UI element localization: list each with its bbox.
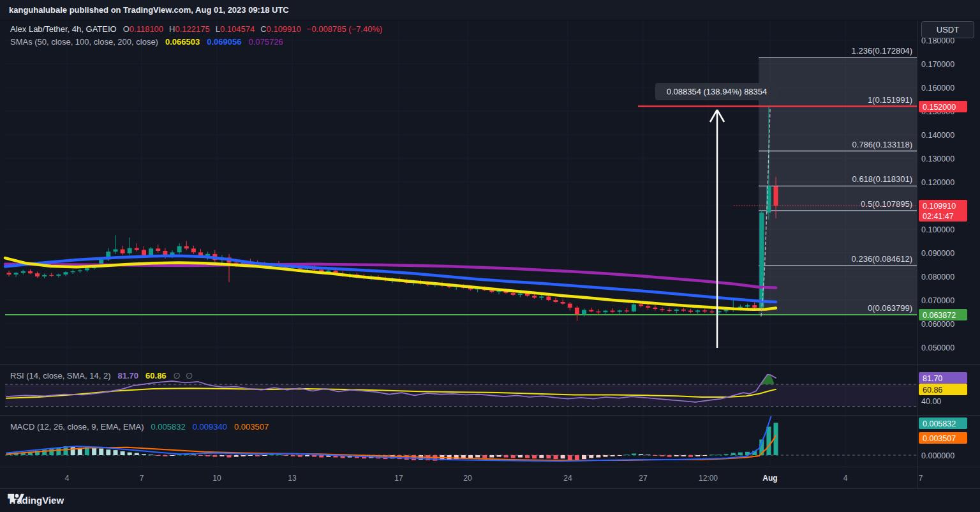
axis-tick-label: 0.120000: [921, 178, 954, 187]
macd-signal-value: 0.003507: [234, 422, 269, 432]
rsi-value: 81.70: [118, 371, 139, 380]
time-tick-label: 7: [919, 474, 923, 483]
time-tick-label: 17: [394, 474, 403, 483]
symbol-title: Alex Lab/Tether, 4h, GATEIO: [10, 24, 117, 34]
publish-text: kanguhalubale published on TradingView.c…: [9, 0, 289, 20]
fib-level-label: 0.786(0.133118): [852, 140, 912, 149]
macd-legend-label: MACD (12, 26, close, 9, EMA, EMA): [10, 422, 144, 432]
low-value: 0.104574: [220, 24, 255, 34]
sma200-value: 0.075726: [248, 37, 283, 47]
time-tick-label: Aug: [762, 474, 777, 483]
candles: [7, 107, 778, 321]
open-label: O: [123, 24, 130, 34]
axis-tick-label: 0.100000: [921, 225, 954, 234]
rsi-legend: RSI (14, close, SMA, 14, 2) 81.70 60.86 …: [10, 371, 193, 380]
price-badge-text: 0.109910: [923, 202, 956, 211]
time-tick-label: 20: [463, 474, 472, 483]
time-tick-label: 10: [212, 474, 221, 483]
low-label: L: [216, 24, 220, 34]
countdown-text: 02:41:47: [923, 212, 954, 221]
time-tick-label: 4: [65, 474, 70, 483]
price-badge-text: 81.70: [923, 374, 942, 383]
sma50-value: 0.066503: [165, 37, 200, 47]
rsi-ma-value: 60.86: [145, 371, 167, 380]
rsi-legend-label: RSI (14, close, SMA, 14, 2): [10, 371, 111, 380]
macd-legend: MACD (12, 26, close, 9, EMA, EMA) 0.0058…: [10, 422, 276, 432]
axis-tick-label: 40.00: [921, 397, 941, 406]
axis-tick-label: 0.160000: [921, 84, 954, 93]
sma-legend-label: SMAs (50, close, 100, close, 200, close): [10, 37, 158, 47]
price-badge-text: 60.86: [923, 386, 942, 395]
rsi-upper-band-empty: ∅: [174, 371, 181, 380]
macd-line-value: 0.009340: [193, 422, 227, 432]
tradingview-logo[interactable]: TradingView: [8, 492, 64, 508]
axis-tick-label: 0.090000: [921, 249, 954, 258]
time-tick-label: 7: [140, 474, 144, 483]
axis-tick-label: 0.140000: [921, 131, 954, 140]
price-badge-text: 0.152000: [923, 103, 956, 112]
time-tick-label: 24: [563, 474, 572, 483]
publish-bar: kanguhalubale published on TradingView.c…: [0, 0, 980, 20]
time-tick-label: 27: [639, 474, 648, 483]
macd-hist-value: 0.005832: [151, 422, 186, 432]
axis-tick-label: 0.130000: [921, 154, 954, 163]
axis-tick-label: 0.070000: [921, 296, 954, 305]
axis-tick-label: 0.060000: [921, 320, 954, 329]
high-value: 0.122175: [175, 24, 209, 34]
fib-level-label: 0.618(0.118301): [852, 174, 912, 184]
fib-level-label: 1.236(0.172804): [852, 46, 912, 56]
sma100-value: 0.069056: [207, 37, 241, 47]
axis-tick-label: 0.000000: [921, 451, 954, 460]
axis-tick-label: 0.050000: [921, 343, 954, 352]
currency-toggle-button[interactable]: USDT: [921, 21, 974, 38]
symbol-legend: Alex Lab/Tether, 4h, GATEIO O0.118100 H0…: [10, 24, 382, 34]
axis-tick-label: 0.080000: [921, 273, 954, 282]
change-value: −0.008785 (−7.40%): [307, 24, 383, 34]
fib-level-label: 1(0.151991): [868, 95, 912, 105]
sma-lines: [5, 256, 776, 310]
chart-canvas[interactable]: 1.236(0.172804)1(0.151991)0.786(0.133118…: [0, 0, 980, 512]
open-value: 0.118100: [130, 24, 163, 34]
price-badge-text: 0.063872: [923, 311, 956, 320]
fib-level-label: 0.5(0.107895): [861, 199, 912, 209]
price-badge-text: 0.005832: [923, 419, 956, 428]
time-scale[interactable]: 4710131720242712:00Aug47: [65, 474, 923, 483]
measure-tooltip: 0.088354 (138.94%) 88354: [655, 83, 778, 100]
tradingview-snapshot: kanguhalubale published on TradingView.c…: [0, 0, 980, 512]
time-tick-label: 4: [843, 474, 848, 483]
close-value: 0.109910: [267, 24, 301, 34]
time-tick-label: 12:00: [699, 474, 718, 483]
fib-level-label: 0(0.063799): [868, 303, 912, 313]
price-badge-text: 0.003507: [923, 434, 956, 443]
price-scale[interactable]: 0.1800000.1700000.1600000.1500000.140000…: [919, 36, 967, 460]
tradingview-logo-icon: [8, 492, 24, 505]
rsi-lower-band-empty: ∅: [186, 371, 193, 380]
time-tick-label: 13: [288, 474, 297, 483]
sma-legend: SMAs (50, close, 100, close, 200, close)…: [10, 37, 290, 47]
axis-tick-label: 0.170000: [921, 60, 954, 69]
fib-level-label: 0.236(0.084612): [852, 254, 912, 264]
close-label: C: [260, 24, 266, 34]
